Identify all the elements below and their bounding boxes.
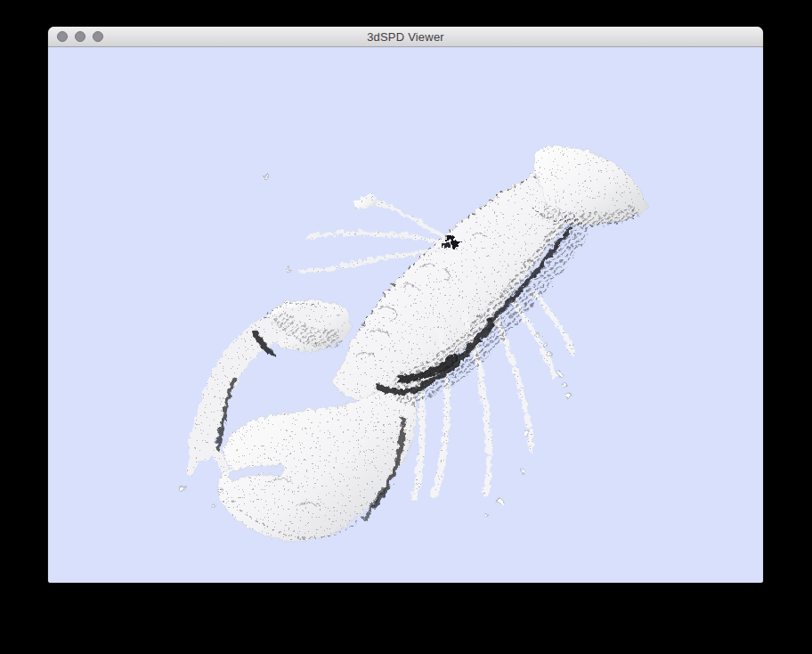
window-controls — [57, 27, 103, 46]
lobster-point-cloud — [180, 144, 647, 539]
zoom-button[interactable] — [93, 31, 103, 42]
window-title: 3dSPD Viewer — [48, 30, 763, 44]
minimize-button[interactable] — [75, 31, 85, 42]
voxel-lobster-model — [48, 47, 763, 583]
close-button[interactable] — [57, 31, 68, 42]
titlebar[interactable]: 3dSPD Viewer — [48, 27, 763, 47]
crusher-claw — [217, 380, 415, 539]
viewer-canvas[interactable] — [48, 47, 763, 583]
desktop-background: 3dSPD Viewer — [0, 0, 812, 654]
viewer-window: 3dSPD Viewer — [48, 27, 763, 583]
antenna-tip-clump — [352, 192, 379, 209]
